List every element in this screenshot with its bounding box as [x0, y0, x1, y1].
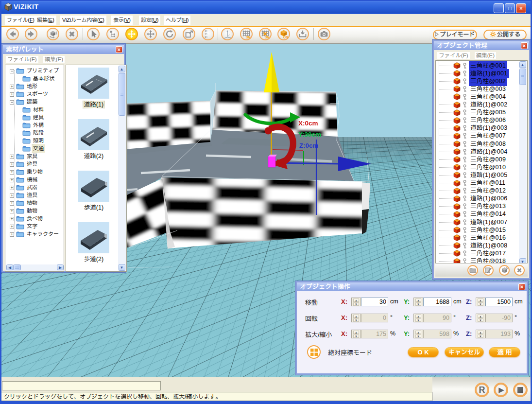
svg-text:Y:30cm: Y:30cm	[298, 131, 321, 138]
svg-text:X:0cm: X:0cm	[298, 120, 318, 127]
svg-text:ON: ON	[265, 35, 270, 39]
svg-text:ON: ON	[283, 35, 288, 39]
svg-text:Z:: Z:	[205, 35, 208, 38]
svg-text:ON: ON	[246, 35, 251, 39]
svg-text:Z:0cm: Z:0cm	[299, 142, 319, 149]
